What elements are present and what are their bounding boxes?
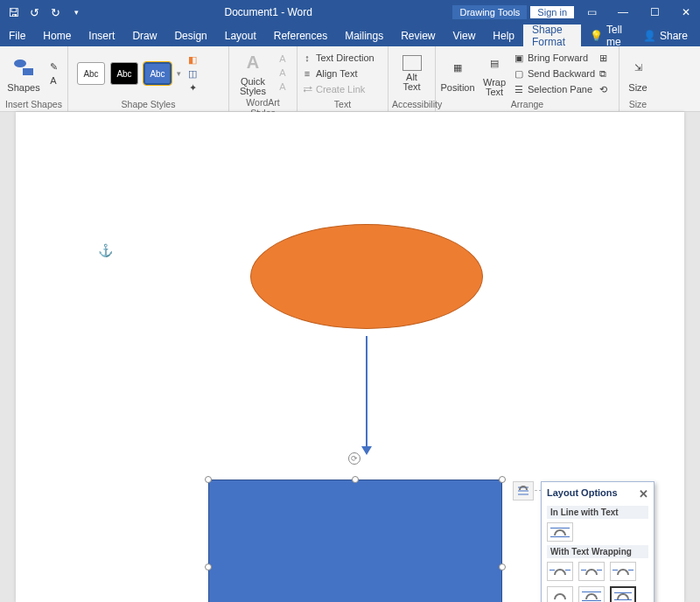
tab-home[interactable]: Home [34,24,80,46]
wrapping-section-label: With Text Wrapping [547,545,648,558]
text-direction-button[interactable]: ↕Text Direction [301,52,374,64]
alt-text-button[interactable]: Alt Text [392,49,431,98]
rectangle-shape-selected[interactable] [208,480,502,602]
shape-effects-icon[interactable]: ✦ [186,81,199,94]
layout-options-title: Layout Options [547,487,618,500]
minimize-icon[interactable]: — [609,2,637,23]
quick-access-toolbar: 🖫 ↺ ↻ ▾ [0,4,84,20]
align-objects-icon[interactable]: ⊞ [597,52,609,64]
tab-insert[interactable]: Insert [80,24,123,46]
resize-handle-l[interactable] [205,564,212,570]
size-icon: ⇲ [625,54,651,80]
tab-layout[interactable]: Layout [216,24,265,46]
shape-style-2[interactable]: Abc [110,62,138,85]
quick-styles-button[interactable]: A Quick Styles [233,48,273,97]
inline-section-label: In Line with Text [547,506,648,519]
shape-style-1[interactable]: Abc [77,62,105,85]
close-popup-icon[interactable]: ✕ [639,487,648,500]
shapes-icon [14,60,33,75]
group-label: Text [301,99,384,111]
share-button[interactable]: 👤 Share [631,24,700,46]
tab-file[interactable]: File [0,24,34,46]
wrap-text-icon: ▤ [481,50,508,76]
group-insert-shapes: Shapes ✎ A Insert Shapes [0,46,68,111]
layout-options-button[interactable] [513,481,534,500]
resize-handle-tr[interactable] [499,476,506,483]
size-button[interactable]: ⇲ Size [623,49,653,98]
share-icon: 👤 [643,30,656,42]
tab-references[interactable]: References [265,24,336,46]
align-text-button[interactable]: ≡Align Text [301,67,374,80]
tab-mailings[interactable]: Mailings [336,24,392,46]
tab-draw[interactable]: Draw [123,24,165,46]
send-backward-icon: ▢ [513,67,525,80]
redo-icon[interactable]: ↻ [47,4,63,20]
wrap-square-option[interactable] [547,562,573,581]
align-text-icon: ≡ [301,67,313,80]
shapes-button[interactable]: Shapes [4,49,44,98]
wrap-tight-option[interactable] [578,562,605,581]
wrap-topbottom-option[interactable] [547,586,573,602]
wrap-behind-option[interactable] [578,586,605,602]
resize-handle-t[interactable] [352,476,359,483]
tab-shape-format[interactable]: Shape Format [523,24,581,46]
bring-forward-button[interactable]: ▣Bring Forward [513,52,595,64]
selection-pane-icon: ☰ [513,83,525,95]
save-icon[interactable]: 🖫 [5,4,21,20]
tab-help[interactable]: Help [484,24,523,46]
bulb-icon: 💡 [590,30,603,42]
undo-icon[interactable]: ↺ [26,4,42,20]
qat-customize-icon[interactable]: ▾ [68,4,84,20]
text-effects-icon[interactable]: A [276,80,289,93]
rotate-objects-icon[interactable]: ⟲ [597,83,609,95]
group-objects-icon[interactable]: ⧉ [597,67,609,80]
tab-view[interactable]: View [444,24,485,46]
group-label: Shape Styles [72,99,225,111]
page[interactable]: ⚓ ⟳ Layout Options ✕ In Line with Text [16,112,684,602]
maximize-icon[interactable]: ☐ [640,2,668,23]
group-wordart-styles: A Quick Styles A A A WordArt Styles [229,46,298,111]
edit-shape-icon[interactable]: ✎ [47,60,60,73]
group-label: Size [623,99,653,111]
create-link-button[interactable]: ⮂Create Link [301,83,374,95]
ribbon: Shapes ✎ A Insert Shapes Abc Abc Abc ▾ ◧… [0,46,700,112]
text-fill-icon[interactable]: A [276,52,289,65]
tell-me-search[interactable]: 💡 Tell me [581,24,631,46]
group-text: ↕Text Direction ≡Align Text ⮂Create Link… [298,46,388,111]
wrap-infront-option-selected[interactable] [610,586,636,602]
text-box-icon[interactable]: A [47,74,60,87]
shape-fill-icon[interactable]: ◧ [186,53,199,66]
alt-text-icon [402,55,422,71]
text-direction-icon: ↕ [301,52,313,64]
position-icon: ▦ [444,54,471,80]
group-shape-styles: Abc Abc Abc ▾ ◧ ◫ ✦ Shape Styles [68,46,229,111]
text-outline-icon[interactable]: A [276,66,289,79]
rotate-handle[interactable]: ⟳ [348,452,360,465]
selection-pane-button[interactable]: ☰Selection Pane [513,83,595,95]
shape-style-3-selected[interactable]: Abc [144,62,172,85]
wrap-through-option[interactable] [610,562,636,581]
selection-pane-label: Selection Pane [528,84,592,94]
wrap-text-button[interactable]: ▤ Wrap Text [478,49,511,98]
wrap-text-label: Wrap Text [483,78,506,97]
shapes-label: Shapes [7,82,39,93]
close-icon[interactable]: ✕ [672,2,700,23]
tab-review[interactable]: Review [392,24,444,46]
resize-handle-tl[interactable] [205,476,212,483]
wrap-inline-option[interactable] [547,522,573,542]
sign-in-button[interactable]: Sign in [530,6,574,18]
group-accessibility: Alt Text Accessibility [388,46,436,111]
ribbon-display-options-icon[interactable]: ▭ [578,2,606,23]
style-gallery-scroll-icon[interactable]: ▾ [177,69,181,78]
size-label: Size [628,82,647,93]
document-title: Document1 - Word [84,6,452,18]
contextual-tab-label: Drawing Tools [452,5,527,19]
send-backward-button[interactable]: ▢Send Backward [513,67,595,80]
layout-options-popup: Layout Options ✕ In Line with Text With … [541,481,654,602]
ellipse-shape[interactable] [250,224,483,329]
connector-arrow-line[interactable] [366,336,368,450]
resize-handle-r[interactable] [499,564,506,570]
shape-outline-icon[interactable]: ◫ [186,67,199,80]
position-button[interactable]: ▦ Position [439,49,476,98]
tab-design[interactable]: Design [165,24,215,46]
